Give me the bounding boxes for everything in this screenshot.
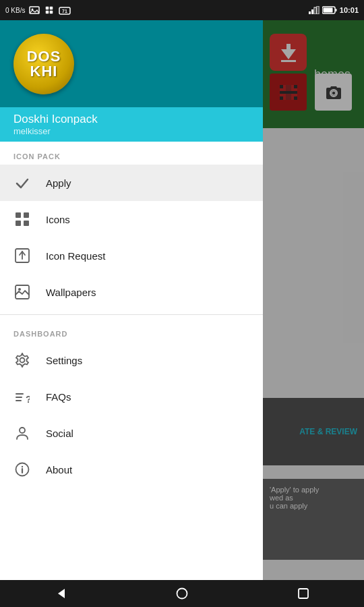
back-button[interactable] xyxy=(49,581,73,606)
svg-text:71: 71 xyxy=(63,9,68,13)
menu-item-icon-request[interactable]: Icon Request xyxy=(0,237,263,274)
drawer-app-name-bar: Doskhi Iconpack melkisser xyxy=(0,107,263,142)
menu-item-icons[interactable]: Icons xyxy=(0,201,263,237)
menu-item-social[interactable]: Social xyxy=(0,415,263,451)
drawer-menu: ICON PACK Apply Icons Icon Req xyxy=(0,142,263,580)
svg-point-34 xyxy=(20,358,25,363)
check-icon xyxy=(13,174,31,192)
menu-item-settings[interactable]: Settings xyxy=(0,342,263,378)
svg-rect-26 xyxy=(16,212,21,218)
wallpaper-icon xyxy=(13,283,31,301)
signal-icon xyxy=(309,6,320,14)
svg-point-39 xyxy=(20,428,25,433)
app-subtitle: melkisser xyxy=(13,126,249,136)
menu-item-icons-label: Icons xyxy=(46,214,70,225)
menu-item-social-label: Social xyxy=(46,428,73,439)
data-speed: 0 KB/s xyxy=(5,7,25,14)
menu-divider xyxy=(0,314,263,315)
svg-rect-3 xyxy=(50,7,53,10)
menu-item-faqs-label: FAQs xyxy=(46,391,71,403)
status-time: 10:01 xyxy=(340,6,359,14)
svg-rect-28 xyxy=(16,221,21,226)
svg-rect-2 xyxy=(46,7,49,10)
menu-item-apply-label: Apply xyxy=(46,177,71,189)
menu-item-about[interactable]: About xyxy=(0,451,263,488)
about-icon xyxy=(13,461,31,478)
menu-item-wallpapers-label: Wallpapers xyxy=(46,287,96,298)
status-right: 10:01 xyxy=(309,6,359,14)
menu-item-apply[interactable]: Apply xyxy=(0,165,263,201)
svg-point-44 xyxy=(177,589,187,599)
svg-rect-10 xyxy=(314,7,316,14)
svg-rect-0 xyxy=(30,7,39,13)
settings-icon xyxy=(13,351,31,369)
status-bar: 0 KB/s 71 10:01 xyxy=(0,0,364,20)
status-left: 0 KB/s 71 xyxy=(5,5,71,15)
menu-item-faqs[interactable]: ? FAQs xyxy=(0,378,263,415)
menu-item-wallpapers[interactable]: Wallpapers xyxy=(0,274,263,310)
upload-icon xyxy=(13,247,31,264)
svg-rect-14 xyxy=(323,8,332,13)
svg-rect-4 xyxy=(46,11,49,14)
faqs-icon: ? xyxy=(13,388,31,405)
notification-icon: 71 xyxy=(59,5,71,15)
svg-text:?: ? xyxy=(26,394,30,404)
home-button[interactable] xyxy=(170,581,194,606)
navigation-bar xyxy=(0,580,364,607)
social-icon xyxy=(13,424,31,442)
menu-item-about-label: About xyxy=(46,464,72,475)
image-icon xyxy=(29,6,40,14)
navigation-drawer: DOS KHI Doskhi Iconpack melkisser ICON P… xyxy=(0,20,263,580)
grid-icon xyxy=(13,210,31,228)
main-container: hemes ⋮ ATE & REVIEW 'Apply' to apply we… xyxy=(0,20,364,580)
battery-icon xyxy=(322,6,337,14)
svg-rect-13 xyxy=(335,9,336,11)
svg-rect-8 xyxy=(309,11,311,14)
bb-icon xyxy=(44,6,55,14)
svg-rect-27 xyxy=(24,212,29,218)
drawer-header: DOS KHI Doskhi Iconpack melkisser xyxy=(0,20,263,142)
svg-rect-5 xyxy=(50,11,53,14)
svg-rect-9 xyxy=(311,9,313,14)
svg-rect-11 xyxy=(317,6,319,14)
app-name: Doskhi Iconpack xyxy=(13,113,249,126)
svg-rect-45 xyxy=(299,589,308,598)
app-logo: DOS KHI xyxy=(13,34,74,94)
section-label-icon-pack: ICON PACK xyxy=(0,142,263,165)
section-label-dashboard: DASHBOARD xyxy=(0,319,263,342)
menu-item-settings-label: Settings xyxy=(46,355,82,366)
svg-point-42 xyxy=(22,466,23,467)
svg-rect-29 xyxy=(24,221,29,226)
logo-text-dos: DOS xyxy=(27,49,61,64)
recents-button[interactable] xyxy=(291,581,315,606)
logo-text-khi: KHI xyxy=(30,64,58,79)
svg-marker-43 xyxy=(58,589,65,598)
menu-item-icon-request-label: Icon Request xyxy=(46,250,105,262)
svg-point-33 xyxy=(18,288,21,291)
